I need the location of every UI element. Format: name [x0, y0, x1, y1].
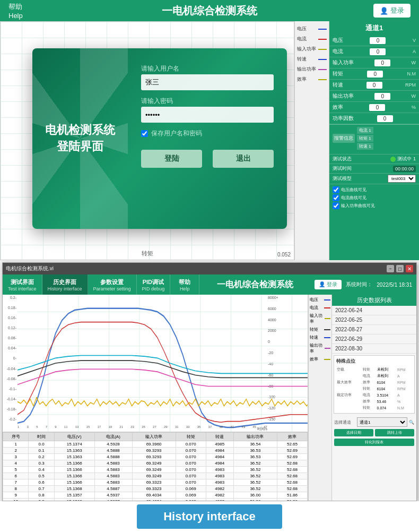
legend-panel-top: 电压 电流 输入功率 转速 输出功率 效率 — [294, 21, 329, 260]
remember-checkbox[interactable] — [141, 130, 148, 137]
data-table: 序号 时间 电压(V) 电流(A) 输入功率 转矩 转速 输出功率 效率 — [3, 432, 308, 501]
history-item-1[interactable]: 2022-06-24 — [332, 306, 416, 315]
channel-row-input-power: 输入功率 0 W — [329, 57, 419, 68]
stats-row-rated-power: 额定功率 电流 3.5104 A — [336, 392, 412, 398]
app-content: 0.2- 0.18- 0.16- 0.12- 0.08- 0.04- 0- -0… — [3, 295, 416, 501]
chart-xlabel: 转矩 — [142, 250, 153, 258]
password-input[interactable] — [141, 107, 274, 123]
table-header: 序号 时间 电压(V) 电流(A) 输入功率 转矩 转速 输出功率 效率 — [3, 433, 308, 441]
legend-voltage: 电压 — [310, 297, 330, 303]
top-chart-area: 电机检测系统登陆界面 请输入用户名 请输入密码 保存用户名和密码 — [0, 21, 419, 260]
history-list-title: 历史数据列表 — [332, 295, 416, 306]
test-status-value: 测试中 1 — [390, 156, 416, 162]
x-axis-labels: 1 3 5 7 9 11 13 15 17 19 21 23 2 — [18, 422, 267, 432]
upload-button[interactable]: 跳转上传 — [375, 429, 414, 436]
tab-test-interface[interactable]: 测试界面 Test interface — [3, 274, 42, 295]
channel-row-efficiency: 效率 0 % — [329, 102, 419, 113]
window-controls: － □ ✕ — [387, 265, 413, 272]
tab-history-interface[interactable]: 历史界面 History interface — [42, 274, 88, 295]
login-cancel-button[interactable]: 退出 — [213, 150, 274, 168]
legend-line-voltage — [318, 29, 327, 30]
alarm-info: 报警信息 电流 1 转矩 1 转速 1 — [333, 127, 416, 150]
legend-input-power: 输入功率 — [310, 313, 330, 324]
legend-item-input-power: 输入功率 — [297, 46, 327, 53]
password-field-group: 请输入密码 — [141, 97, 274, 123]
history-interface-label: History interface — [137, 504, 282, 529]
table-row: 20.115.13634.588869.32930.070498436.5352… — [3, 448, 308, 454]
chart-area-bottom: 0.2- 0.18- 0.16- 0.12- 0.08- 0.04- 0- -0… — [3, 295, 308, 501]
legend-item-voltage: 电压 — [297, 25, 327, 32]
top-section: 帮助 Help 一电机综合检测系统 👤 登录 电机检测系统登陆界面 — [0, 0, 419, 260]
legend-label: 输入功率 — [297, 46, 316, 53]
legend-line-current — [318, 39, 327, 40]
tab-parameter-setting[interactable]: 参数设置 Parameter setting — [88, 274, 137, 295]
channel-row-speed: 转速 0 RPM — [329, 80, 419, 91]
legend-line-efficiency — [318, 79, 327, 80]
username-field-group: 请输入用户名 — [141, 64, 274, 90]
channel-row-output-power: 输出功率 0 W — [329, 91, 419, 102]
curve-current: 电流曲线可见 — [333, 194, 416, 201]
col-input-power: 输入功率 — [132, 433, 176, 441]
channel-row-power-factor: 功率因数 0 — [329, 113, 419, 124]
login-dialog: 电机检测系统登陆界面 请输入用户名 请输入密码 保存用户名和密码 — [32, 48, 287, 229]
legend-line-input-power — [318, 49, 327, 50]
tab-help[interactable]: 帮助 Help — [170, 274, 199, 295]
chart-timestamp: 0.052 — [277, 252, 291, 258]
app-title-bottom: 一电机综合检测系统 — [199, 274, 310, 295]
legend-line-speed — [318, 59, 327, 60]
legend-current: 电流 — [310, 305, 330, 311]
table-row: 70.615.13664.588369.33230.070498336.5252… — [3, 479, 308, 486]
test-time-row: 测试时间 00:00:00 — [329, 164, 419, 173]
table-row: 10.015.13744.592869.39600.070498536.5452… — [3, 441, 308, 448]
curve-current-checkbox[interactable] — [333, 194, 339, 201]
curve-input-power-checkbox[interactable] — [333, 202, 339, 209]
maximize-button[interactable]: □ — [396, 265, 404, 272]
minimize-button[interactable]: － — [387, 265, 394, 272]
top-header: 帮助 Help 一电机综合检测系统 👤 登录 — [0, 0, 419, 21]
history-item-5[interactable]: 2022-08-30 — [332, 344, 416, 354]
history-item-4[interactable]: 2022-06-29 — [332, 334, 416, 344]
window-title: 电机综合检测系统.vi — [6, 265, 54, 272]
col-current: 电流(A) — [94, 433, 132, 441]
table-row: 80.715.13684.588769.33230.069498236.5252… — [3, 486, 308, 492]
username-input[interactable] — [141, 74, 274, 90]
test-time-label: 测试时间 — [333, 165, 352, 172]
alarm-section: 报警信息 电流 1 转矩 1 转速 1 — [329, 124, 419, 154]
channel-row-torque: 转矩 0 N.M — [329, 68, 419, 80]
app-login-button[interactable]: 👤 登录 — [315, 280, 342, 289]
close-button[interactable]: ✕ — [406, 265, 413, 272]
legend-line-s — [324, 337, 330, 338]
legend-line-e — [324, 359, 330, 360]
app-navbar: 测试界面 Test interface 历史界面 History interfa… — [3, 274, 416, 295]
tab-pid-debug[interactable]: PID调试 PID debug — [137, 274, 171, 295]
username-label: 请输入用户名 — [141, 64, 274, 73]
test-status-row: 测试状态 测试中 1 — [329, 154, 419, 164]
channel-select[interactable]: 通道1 — [357, 417, 407, 427]
select-date-button[interactable]: 选择日期 — [334, 429, 373, 436]
curve-voltage: 电压曲线可见 — [333, 186, 416, 193]
col-voltage: 电压(V) — [54, 433, 94, 441]
chart-svg — [18, 295, 308, 432]
legend-item-current: 电流 — [297, 36, 327, 42]
stats-row-rated-torque: 转矩 0.074 N.M — [336, 405, 412, 411]
history-item-3[interactable]: 2022-08-27 — [332, 325, 416, 334]
remember-label: 保存用户名和密码 — [151, 129, 202, 138]
status-indicator — [390, 157, 396, 162]
legend-line-output-power — [318, 69, 327, 70]
history-item-2[interactable]: 2022-06-25 — [332, 315, 416, 325]
bottom-controls: 选择通道 通道1 🔍 选择日期 跳转上传 转化到报表 — [332, 415, 416, 448]
col-number: 序号 — [3, 433, 29, 441]
test-model-label: 测试模型 — [333, 175, 352, 182]
export-row: 转化到报表 — [334, 439, 414, 446]
stats-row-max-eff-torque: 转矩 6104 RPM — [336, 385, 412, 392]
test-model-select[interactable]: test003 — [388, 175, 416, 183]
remember-row: 保存用户名和密码 — [141, 129, 274, 138]
export-report-button[interactable]: 转化到报表 — [334, 439, 414, 446]
window-titlebar: 电机综合检测系统.vi － □ ✕ — [3, 263, 416, 274]
legend-line-ip — [325, 318, 330, 319]
top-login-button[interactable]: 👤 登录 — [373, 4, 411, 18]
curve-voltage-checkbox[interactable] — [333, 186, 339, 193]
login-submit-button[interactable]: 登陆 — [141, 150, 202, 168]
password-label: 请输入密码 — [141, 97, 274, 106]
help-button[interactable]: 帮助 Help — [8, 2, 23, 20]
